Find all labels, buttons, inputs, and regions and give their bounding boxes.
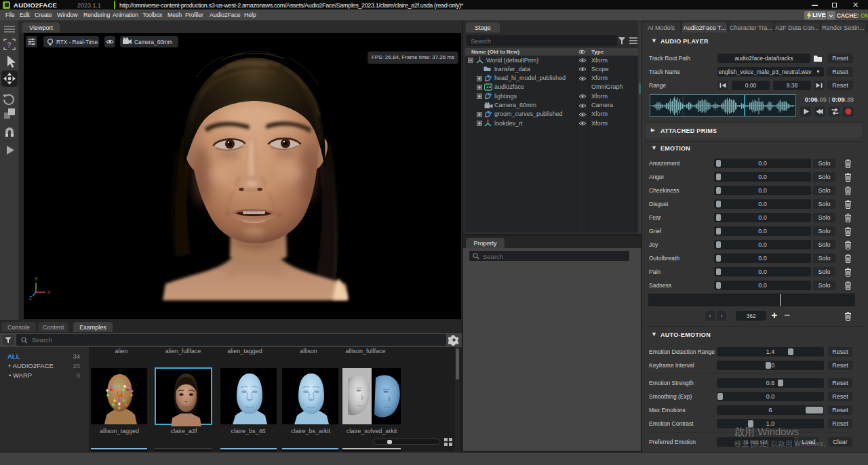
svg-text:?: ?	[7, 41, 12, 49]
svg-text:Y: Y	[35, 277, 38, 281]
svg-text:X: X	[47, 290, 51, 295]
svg-text:Z: Z	[29, 296, 33, 300]
